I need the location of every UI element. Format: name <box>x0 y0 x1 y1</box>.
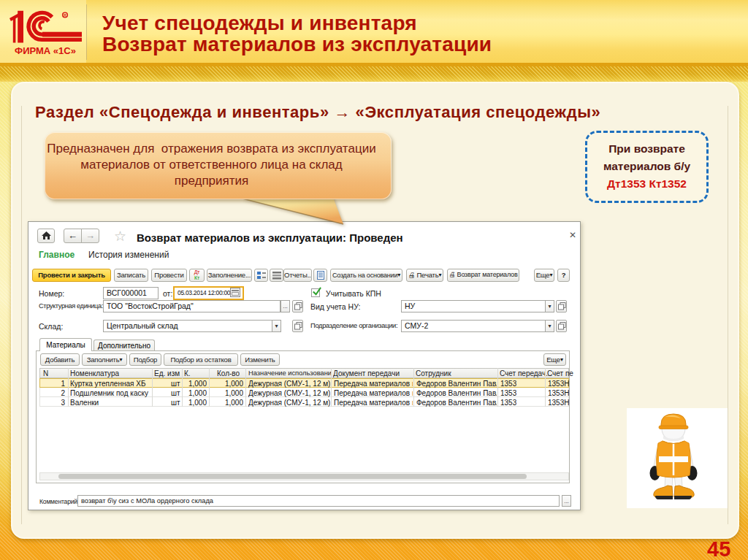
svg-text:R: R <box>64 13 66 18</box>
